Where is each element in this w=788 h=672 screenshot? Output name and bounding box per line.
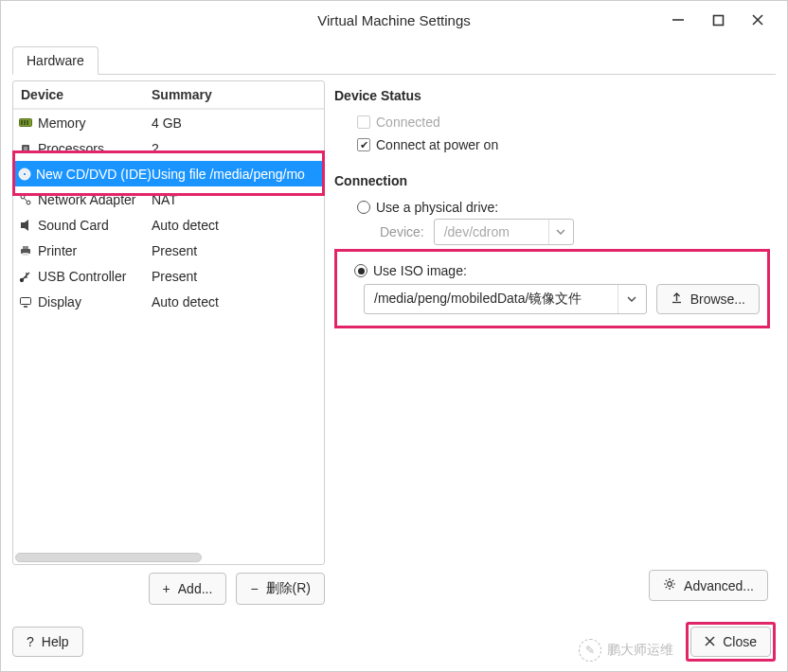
svg-rect-18	[23, 246, 28, 249]
remove-button-label: 删除(R)	[266, 580, 311, 597]
help-icon: ?	[27, 634, 34, 649]
window-controls	[668, 1, 781, 39]
svg-point-11	[23, 172, 26, 175]
help-button[interactable]: ? Help	[12, 627, 83, 657]
iso-radio[interactable]	[354, 264, 367, 277]
poweron-row[interactable]: Connect at power on	[357, 137, 774, 152]
iso-path-value: /media/peng/mobiledData/镜像文件	[365, 285, 618, 313]
connected-row: Connected	[357, 115, 774, 130]
close-button[interactable]: Close	[690, 627, 771, 657]
cpu-icon	[17, 141, 34, 156]
svg-rect-21	[21, 297, 31, 304]
device-row-sound[interactable]: Sound Card Auto detect	[13, 212, 324, 238]
device-row-display[interactable]: Display Auto detect	[13, 289, 324, 314]
title-bar: Virtual Machine Settings	[1, 1, 787, 39]
tab-hardware[interactable]: Hardware	[12, 46, 98, 75]
main-row: Device Summary Memory 4 GB Processors 2	[12, 80, 776, 605]
device-name: Printer	[38, 243, 77, 258]
svg-rect-19	[23, 253, 28, 256]
svg-point-13	[27, 201, 30, 204]
watermark: ✎ 鹏大师运维	[579, 639, 673, 662]
device-status-title: Device Status	[334, 88, 774, 103]
device-name: New CD/DVD (IDE)	[36, 167, 152, 182]
close-icon	[705, 634, 715, 649]
left-column: Device Summary Memory 4 GB Processors 2	[12, 80, 325, 605]
svg-marker-16	[25, 220, 28, 231]
printer-icon	[17, 243, 34, 258]
upload-icon	[671, 292, 683, 307]
physical-drive-row[interactable]: Use a physical drive:	[357, 200, 774, 215]
device-label: Device:	[380, 224, 424, 239]
device-row-printer[interactable]: Printer Present	[13, 238, 324, 263]
device-summary: 4 GB	[152, 115, 320, 131]
device-buttons: + Add... − 删除(R)	[12, 573, 325, 605]
add-button[interactable]: + Add...	[149, 573, 227, 605]
connected-checkbox	[357, 115, 370, 129]
column-summary: Summary	[152, 87, 320, 102]
device-summary: 2	[152, 141, 320, 156]
physical-device-combo: /dev/cdrom	[434, 219, 574, 245]
poweron-checkbox[interactable]	[357, 138, 370, 151]
device-name: Memory	[38, 115, 86, 131]
device-summary: NAT	[152, 192, 320, 207]
memory-icon	[17, 115, 34, 131]
connection-title: Connection	[334, 173, 774, 188]
minus-icon: −	[250, 581, 258, 596]
device-summary: Present	[152, 243, 320, 258]
advanced-button[interactable]: Advanced...	[649, 570, 768, 601]
display-icon	[17, 294, 34, 309]
physical-drive-radio[interactable]	[357, 201, 370, 214]
plus-icon: +	[163, 581, 170, 596]
browse-button-label: Browse...	[690, 292, 745, 307]
device-row-usb[interactable]: USB Controller Present	[13, 263, 324, 289]
physical-device-value: /dev/cdrom	[435, 220, 548, 244]
close-highlight-annotation: Close	[686, 622, 776, 662]
remove-button[interactable]: − 删除(R)	[236, 573, 325, 605]
content-area: Hardware Device Summary Memory 4 GB	[1, 39, 787, 616]
iso-highlight-annotation: Use ISO image: /media/peng/mobiledData/镜…	[334, 249, 770, 328]
svg-rect-7	[27, 120, 28, 125]
device-summary: Using file /media/peng/mo	[152, 167, 320, 182]
device-name: Display	[38, 294, 81, 309]
close-window-button[interactable]	[747, 9, 768, 30]
window: Virtual Machine Settings Hardware Device	[0, 0, 788, 672]
help-button-label: Help	[42, 634, 69, 649]
svg-line-14	[25, 198, 27, 201]
svg-rect-1	[713, 15, 723, 25]
browse-button[interactable]: Browse...	[656, 284, 760, 314]
chevron-down-icon	[548, 220, 573, 244]
device-name: Processors	[38, 141, 104, 156]
device-row-memory[interactable]: Memory 4 GB	[13, 110, 324, 135]
svg-rect-6	[24, 120, 26, 125]
svg-point-12	[21, 195, 25, 199]
device-name: USB Controller	[38, 269, 126, 284]
device-summary: Auto detect	[152, 218, 320, 233]
advanced-button-label: Advanced...	[684, 578, 754, 593]
network-icon	[17, 192, 34, 207]
svg-point-24	[668, 582, 672, 587]
right-column: Device Status Connected Connect at power…	[332, 80, 776, 605]
close-button-label: Close	[723, 634, 757, 649]
poweron-label: Connect at power on	[376, 137, 498, 152]
device-table-header: Device Summary	[13, 81, 324, 110]
maximize-button[interactable]	[707, 9, 728, 30]
device-name: Network Adapter	[38, 192, 136, 207]
minimize-button[interactable]	[668, 9, 689, 30]
svg-rect-15	[21, 222, 25, 228]
device-row-cdrom[interactable]: New CD/DVD (IDE) Using file /media/peng/…	[13, 161, 324, 186]
watermark-text: 鹏大师运维	[607, 642, 673, 659]
disc-icon	[17, 167, 32, 182]
chevron-down-icon[interactable]	[618, 285, 646, 313]
horizontal-scrollbar[interactable]	[15, 553, 202, 562]
iso-row[interactable]: Use ISO image:	[354, 263, 760, 278]
device-summary: Auto detect	[152, 294, 320, 309]
iso-path-combo[interactable]: /media/peng/mobiledData/镜像文件	[364, 284, 647, 314]
physical-drive-label: Use a physical drive:	[376, 200, 498, 215]
device-summary: Present	[152, 269, 320, 284]
device-row-processors[interactable]: Processors 2	[13, 135, 324, 161]
bottom-bar: ? Help ✎ 鹏大师运维 Close	[1, 616, 787, 671]
physical-device-row: Device: /dev/cdrom	[380, 219, 774, 245]
sound-icon	[17, 218, 34, 233]
device-row-network[interactable]: Network Adapter NAT	[13, 186, 324, 212]
window-title: Virtual Machine Settings	[317, 12, 470, 28]
